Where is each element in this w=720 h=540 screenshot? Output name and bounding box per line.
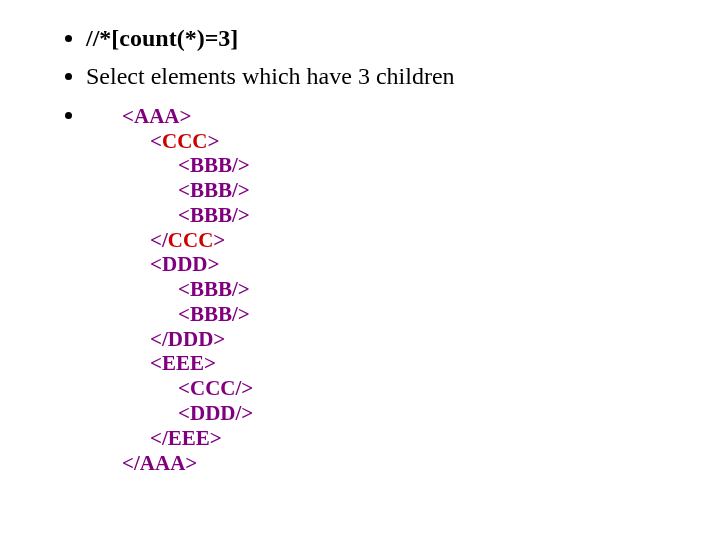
- code-line: </EEE>: [122, 426, 720, 451]
- slide-content: //*[count(*)=3] Select elements which ha…: [0, 0, 720, 475]
- code-line: <BBB/>: [122, 178, 720, 203]
- code-line: <EEE>: [122, 351, 720, 376]
- code-line: <BBB/>: [122, 277, 720, 302]
- code-line: <CCC>: [122, 129, 720, 154]
- code-line: <BBB/>: [122, 203, 720, 228]
- code-line: <DDD/>: [122, 401, 720, 426]
- code-line: <BBB/>: [122, 302, 720, 327]
- code-line: <BBB/>: [122, 153, 720, 178]
- code-line: </CCC>: [122, 228, 720, 253]
- code-line: <DDD>: [122, 252, 720, 277]
- bullet-code: <AAA> <CCC> <BBB/> <BBB/> <BBB/> </CCC> …: [86, 99, 720, 475]
- code-line: </DDD>: [122, 327, 720, 352]
- bullet-description: Select elements which have 3 children: [86, 60, 720, 92]
- code-line: </AAA>: [122, 451, 720, 476]
- bullet-list: //*[count(*)=3] Select elements which ha…: [56, 22, 720, 475]
- code-block: <AAA> <CCC> <BBB/> <BBB/> <BBB/> </CCC> …: [86, 104, 720, 475]
- code-line: <CCC/>: [122, 376, 720, 401]
- xpath-expression: //*[count(*)=3]: [86, 25, 238, 51]
- bullet-xpath: //*[count(*)=3]: [86, 22, 720, 54]
- code-line: <AAA>: [122, 104, 720, 129]
